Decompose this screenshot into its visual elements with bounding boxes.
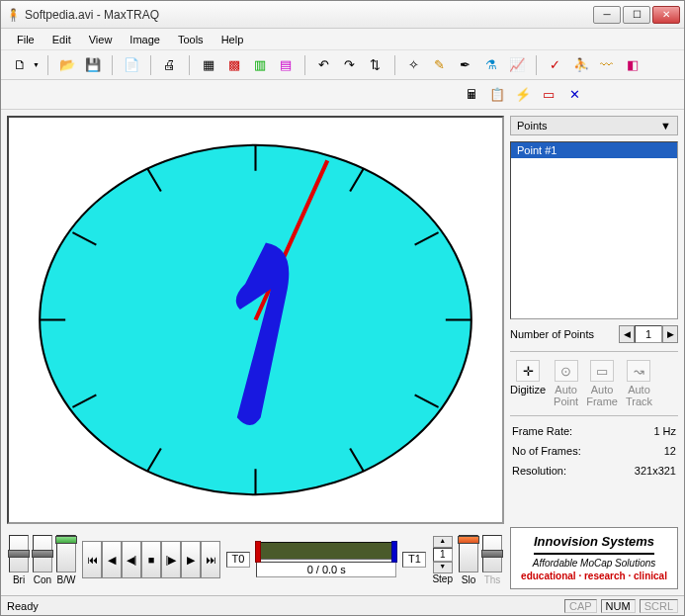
ths-slider[interactable]	[482, 535, 502, 572]
points-list[interactable]: Point #1	[510, 141, 678, 319]
status-text: Ready	[7, 600, 560, 612]
flip-icon[interactable]: ⇅	[365, 54, 386, 76]
frame-rate-row: Frame Rate:1 Hz	[510, 424, 678, 438]
step-down-button[interactable]: ▼	[433, 562, 453, 573]
grid4-icon[interactable]: ▤	[275, 54, 297, 76]
sep	[189, 55, 190, 75]
print-icon[interactable]: 🖨	[159, 54, 181, 76]
grid2-icon[interactable]: ▩	[223, 54, 245, 76]
bolt-icon[interactable]: ⚡	[512, 84, 534, 106]
step-label: Step	[432, 573, 453, 584]
bw-slider[interactable]	[56, 535, 76, 572]
brightness-label: Bri	[13, 574, 25, 585]
timeline-start-cap[interactable]	[255, 541, 261, 563]
step-value: 1	[433, 548, 453, 562]
open-icon[interactable]: 📂	[56, 54, 78, 76]
points-dropdown[interactable]: Points▼	[510, 116, 678, 135]
playback-controls: ⏮ ◀ ◀| ■ |▶ ▶ ⏭	[82, 541, 220, 578]
rect-icon[interactable]: ▭	[538, 84, 559, 106]
points-decrement-button[interactable]: ◀	[619, 325, 635, 343]
pencil-icon[interactable]: ✎	[429, 54, 451, 76]
grid3-icon[interactable]: ▥	[249, 54, 271, 76]
cross-icon[interactable]: ✕	[563, 84, 585, 106]
new-icon[interactable]: 🗋	[9, 54, 31, 76]
maximize-button[interactable]: ☐	[623, 6, 650, 24]
window-title: Softpedia.avi - MaxTRAQ	[25, 8, 593, 22]
compass-icon[interactable]: ✒	[455, 54, 476, 76]
side-panel: Points▼ Point #1 Number of Points ◀ 1 ▶ …	[510, 116, 678, 589]
next-frame-button[interactable]: ▶	[181, 541, 201, 578]
menu-image[interactable]: Image	[122, 32, 168, 47]
vendor-tagline: Affordable MoCap Solutions	[517, 557, 671, 570]
menu-help[interactable]: Help	[214, 32, 252, 47]
list-item[interactable]: Point #1	[511, 142, 677, 158]
vendor-tags: educational · research · clinical	[517, 570, 671, 582]
new-dropdown[interactable]: ▼	[33, 61, 40, 68]
sheet-icon[interactable]: 📋	[486, 84, 508, 106]
bw-label: B/W	[57, 574, 76, 585]
video-viewport[interactable]	[7, 116, 504, 524]
rotate-right-icon[interactable]: ↷	[339, 54, 361, 76]
menu-tools[interactable]: Tools	[170, 32, 212, 47]
minimize-button[interactable]: ─	[593, 6, 621, 24]
close-button[interactable]: ✕	[652, 6, 680, 24]
brightness-slider[interactable]	[9, 535, 29, 572]
vendor-logo: Innovision Systems Affordable MoCap Solu…	[510, 527, 678, 589]
menu-edit[interactable]: Edit	[44, 32, 79, 47]
t1-marker[interactable]: T1	[402, 552, 426, 568]
sep	[112, 55, 113, 75]
calc-icon[interactable]: 🖩	[461, 84, 482, 106]
auto-track-button: ↝Auto Track	[626, 360, 652, 407]
points-label: Points	[517, 120, 548, 132]
auto-point-icon: ⊙	[555, 360, 578, 382]
rotate-left-icon[interactable]: ↶	[313, 54, 335, 76]
slo-slider[interactable]	[459, 535, 478, 572]
auto-frame-button: ▭Auto Frame	[586, 360, 618, 407]
auto-point-button: ⊙Auto Point	[554, 360, 578, 407]
menu-view[interactable]: View	[81, 32, 121, 47]
check-icon[interactable]: ✓	[545, 54, 566, 76]
chevron-down-icon: ▼	[660, 120, 671, 132]
digitize-icon: ✛	[516, 360, 540, 382]
step-fwd-button[interactable]: |▶	[161, 541, 181, 578]
wave-icon[interactable]: 〰	[596, 54, 618, 76]
stop-button[interactable]: ■	[141, 541, 161, 578]
step-back-button[interactable]: ◀|	[122, 541, 141, 578]
figure-icon[interactable]: ⛹	[570, 54, 592, 76]
auto-frame-icon: ▭	[590, 360, 614, 382]
frame-rate-value: 1 Hz	[653, 425, 676, 437]
first-frame-button[interactable]: ⏮	[82, 541, 102, 578]
last-frame-button[interactable]: ⏭	[201, 541, 220, 578]
timeline-bar[interactable]	[256, 542, 396, 560]
toolbar-2: 🖩 📋 ⚡ ▭ ✕	[1, 80, 684, 110]
sep	[47, 55, 48, 75]
points-increment-button[interactable]: ▶	[662, 325, 678, 343]
content-area: Bri Con B/W ⏮ ◀ ◀| ■ |▶ ▶ ⏭ T0 0 / 0.0 s	[1, 110, 684, 595]
num-points-value: 1	[635, 325, 662, 343]
app-window: 🧍 Softpedia.avi - MaxTRAQ ─ ☐ ✕ File Edi…	[0, 0, 685, 616]
sep	[394, 55, 395, 75]
micro-icon[interactable]: ⚗	[480, 54, 502, 76]
plot-icon[interactable]: 📈	[506, 54, 528, 76]
menu-file[interactable]: File	[9, 32, 43, 47]
erase-icon[interactable]: ◧	[622, 54, 643, 76]
sep	[150, 55, 151, 75]
divider	[510, 351, 678, 352]
grid1-icon[interactable]: ▦	[198, 54, 219, 76]
timeline-readout: 0 / 0.0 s	[256, 562, 396, 577]
menubar: File Edit View Image Tools Help	[1, 29, 684, 50]
resolution-value: 321x321	[635, 465, 676, 477]
wand-icon[interactable]: ✧	[403, 54, 425, 76]
timeline-end-cap[interactable]	[391, 541, 397, 563]
app-icon: 🧍	[5, 7, 21, 23]
copy-icon[interactable]: 📄	[121, 54, 142, 76]
prev-frame-button[interactable]: ◀	[102, 541, 122, 578]
t0-marker[interactable]: T0	[226, 552, 250, 568]
contrast-slider[interactable]	[33, 535, 52, 572]
save-icon[interactable]: 💾	[82, 54, 104, 76]
scrl-indicator: SCRL	[640, 599, 678, 613]
digitize-button[interactable]: ✛Digitize	[510, 360, 546, 407]
step-up-button[interactable]: ▲	[433, 536, 453, 548]
no-frames-value: 12	[664, 445, 676, 457]
sep	[536, 55, 537, 75]
